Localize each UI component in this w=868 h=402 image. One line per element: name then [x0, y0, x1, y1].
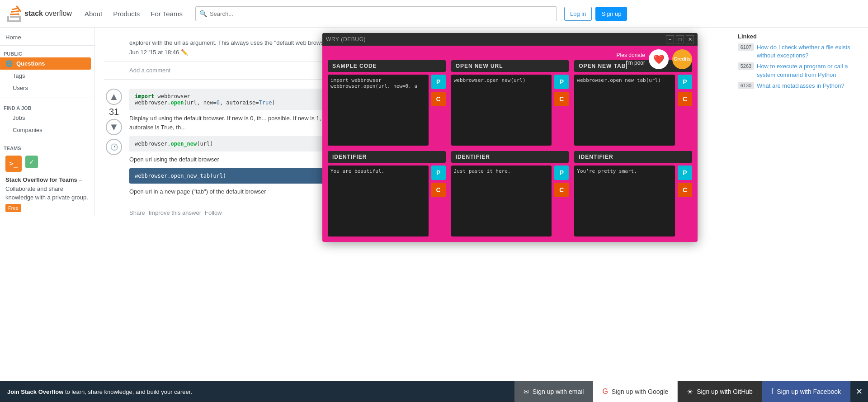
wry-cell-5-c-button[interactable]: C — [678, 183, 692, 197]
wry-cell-3-c-button[interactable]: C — [431, 183, 446, 197]
history-button[interactable]: 🕐 — [106, 139, 122, 155]
linked-link-1[interactable]: How do I check whether a file exists wit… — [757, 43, 863, 60]
sidebar-item-home[interactable]: Home — [0, 31, 94, 43]
email-icon: ✉ — [524, 388, 529, 395]
sidebar: Home PUBLIC 🌐 Questions Tags Users FIND … — [0, 28, 95, 216]
wry-title: WRY (DEBUG) — [326, 36, 366, 43]
wry-cell-0-c-button[interactable]: C — [431, 92, 446, 106]
wry-titlebar: WRY (DEBUG) − □ ✕ — [322, 33, 698, 46]
sidebar-teams-promo: >_ ✓ Stack Overflow for Teams – Collabor… — [0, 152, 94, 216]
join-text: Join Stack Overflow to learn, share know… — [0, 388, 199, 395]
sidebar-item-companies[interactable]: Companies — [0, 124, 94, 136]
wry-cell-5: IDENTIFIER You're pretty smart. P C — [574, 151, 692, 236]
nav-for-teams[interactable]: For Teams — [145, 0, 188, 28]
free-badge: Free — [5, 204, 21, 213]
wry-cell-5-header: IDENTIFIER — [574, 151, 692, 163]
donate-text: Ples donate I'm poor — [617, 52, 645, 67]
wry-maximize-button[interactable]: □ — [676, 35, 684, 43]
nav-products[interactable]: Products — [108, 0, 145, 28]
sidebar-item-questions[interactable]: 🌐 Questions — [0, 57, 91, 70]
linked-header: Linked — [738, 33, 863, 40]
search-box: 🔍 — [195, 6, 557, 21]
wry-cell-1-p-button[interactable]: P — [554, 75, 569, 89]
wry-cell-0-textarea[interactable]: import webbrowser webbrowser.open(url, n… — [328, 75, 429, 146]
close-bottom-bar-button[interactable]: ✕ — [850, 385, 868, 398]
join-text-strong: Join Stack Overflow — [7, 388, 63, 395]
wry-cell-1-textarea[interactable]: webbrowser.open_new(url) — [451, 75, 552, 146]
wry-cell-0: SAMPLE CODE import webbrowser webbrowser… — [328, 60, 446, 146]
sidebar-section-jobs: FIND A JOB — [0, 102, 94, 112]
svg-rect-0 — [10, 16, 19, 18]
svg-rect-2 — [11, 10, 19, 12]
credits-button[interactable]: Credits — [672, 49, 692, 69]
wry-cell-4-p-button[interactable]: P — [554, 166, 569, 180]
svg-rect-3 — [12, 7, 19, 10]
logo-icon — [7, 5, 22, 22]
wry-cell-4: IDENTIFIER Just paste it here. P C — [451, 151, 569, 236]
wry-cell-4-c-button[interactable]: C — [554, 183, 569, 197]
linked-item: 5263 How to execute a program or call a … — [738, 62, 863, 79]
wry-grid: SAMPLE CODE import webbrowser webbrowser… — [322, 46, 698, 242]
signup-email-button[interactable]: ✉ Sign up with email — [514, 381, 594, 402]
linked-score-1: 6107 — [738, 43, 754, 51]
wry-cell-4-textarea[interactable]: Just paste it here. — [451, 166, 552, 236]
share-link[interactable]: Share — [129, 209, 145, 216]
follow-link[interactable]: Follow — [205, 209, 222, 216]
signup-google-button[interactable]: G Sign up with Google — [593, 381, 678, 402]
downvote-button[interactable]: ▼ — [106, 119, 122, 135]
wry-cell-1: OPEN NEW URL webbrowser.open_new(url) P … — [451, 60, 569, 146]
upvote-button[interactable]: ▲ — [106, 89, 122, 105]
vote-count: 31 — [109, 107, 119, 117]
globe-icon: 🌐 — [5, 60, 13, 67]
sidebar-item-users[interactable]: Users — [0, 82, 94, 94]
wry-cell-0-p-button[interactable]: P — [431, 75, 446, 89]
heart-button[interactable]: ❤️ — [649, 49, 669, 69]
wry-cell-1-c-button[interactable]: C — [554, 92, 569, 106]
wry-cell-4-header: IDENTIFIER — [451, 151, 569, 163]
wry-close-button[interactable]: ✕ — [686, 35, 694, 43]
sidebar-item-jobs[interactable]: Jobs — [0, 112, 94, 124]
wry-cell-0-header: SAMPLE CODE — [328, 60, 446, 72]
logo[interactable]: stack overflow — [7, 5, 72, 22]
improve-link[interactable]: Improve this answer — [149, 209, 201, 216]
wry-cell-5-textarea[interactable]: You're pretty smart. — [574, 166, 675, 236]
signup-github-button[interactable]: ☀ Sign up with GitHub — [678, 381, 762, 402]
add-comment-top[interactable]: Add a comment — [129, 67, 170, 74]
linked-score-3: 6130 — [738, 82, 754, 89]
wry-cell-2: OPEN NEW TAB| webbrowser.open_new_tab(ur… — [574, 60, 692, 146]
linked-item: 6107 How do I check whether a file exist… — [738, 43, 863, 60]
search-icon: 🔍 — [199, 10, 207, 17]
nav-about[interactable]: About — [79, 0, 108, 28]
linked-link-2[interactable]: How to execute a program or call a syste… — [757, 62, 863, 79]
github-icon: ☀ — [687, 388, 693, 396]
wry-overlay: WRY (DEBUG) − □ ✕ Ples donate I'm poor ❤… — [322, 33, 698, 242]
facebook-icon: f — [771, 388, 773, 396]
linked-link-3[interactable]: What are metaclasses in Python? — [757, 82, 844, 90]
google-icon: G — [602, 388, 608, 396]
wry-top-right: Ples donate I'm poor ❤️ Credits — [617, 49, 692, 69]
login-button[interactable]: Log in — [564, 7, 592, 21]
right-sidebar: Linked 6107 How do I check whether a fil… — [732, 28, 868, 381]
wry-cell-1-header: OPEN NEW URL — [451, 60, 569, 72]
wry-cell-2-c-button[interactable]: C — [678, 92, 692, 106]
teams-promo-strong: Stack Overflow for Teams — [5, 176, 77, 183]
sidebar-item-tags[interactable]: Tags — [0, 70, 94, 82]
wry-cell-5-p-button[interactable]: P — [678, 166, 692, 180]
sidebar-section-public: PUBLIC — [0, 47, 94, 57]
search-input[interactable] — [210, 10, 553, 17]
wry-minimize-button[interactable]: − — [666, 35, 674, 43]
linked-score-2: 5263 — [738, 62, 754, 70]
bottom-bar: Join Stack Overflow to learn, share know… — [0, 381, 868, 402]
logo-text: stack overflow — [24, 9, 72, 18]
linked-item: 6130 What are metaclasses in Python? — [738, 82, 863, 90]
sidebar-section-teams: TEAMS — [0, 144, 94, 152]
vote-column: ▲ 31 ▼ 🕐 — [104, 89, 124, 224]
wry-cell-2-p-button[interactable]: P — [678, 75, 692, 89]
wry-cell-3: IDENTIFIER You are beautiful. P C — [328, 151, 446, 236]
signup-button[interactable]: Sign up — [595, 7, 627, 21]
main-nav: About Products For Teams — [79, 0, 188, 28]
wry-cell-3-p-button[interactable]: P — [431, 166, 446, 180]
signup-facebook-button[interactable]: f Sign up with Facebook — [762, 381, 850, 402]
wry-cell-2-textarea[interactable]: webbrowser.open_new_tab(url) — [574, 75, 675, 146]
wry-cell-3-textarea[interactable]: You are beautiful. — [328, 166, 429, 236]
